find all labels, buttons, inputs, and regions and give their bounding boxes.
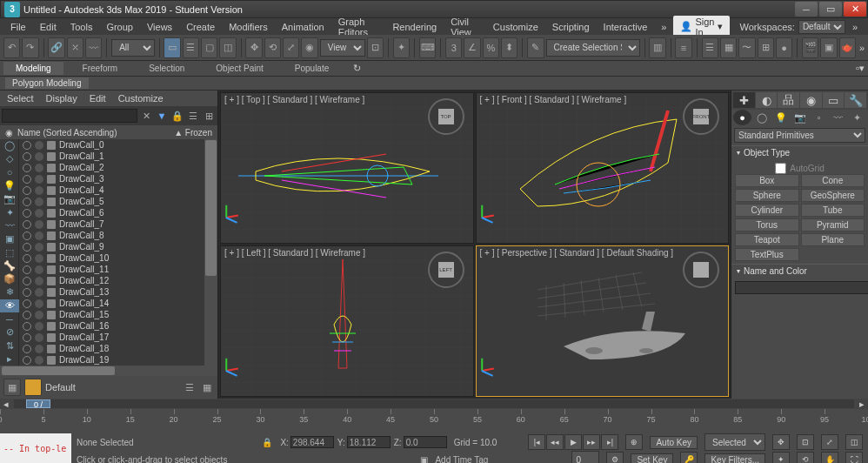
visibility-icon[interactable] — [23, 288, 31, 297]
layer-icon[interactable]: ▦ — [3, 379, 21, 396]
select-scale-button[interactable]: ⤢ — [283, 37, 299, 58]
filter-camera-icon[interactable]: 📷 — [0, 192, 19, 205]
maximize-button[interactable]: ▭ — [819, 2, 842, 17]
list-item[interactable]: DrawCall_13 — [19, 286, 217, 298]
filter-light-icon[interactable]: 💡 — [0, 179, 19, 192]
create-box-button[interactable]: Box — [735, 174, 799, 187]
list-item[interactable]: DrawCall_5 — [19, 196, 217, 207]
visibility-icon[interactable] — [23, 322, 31, 331]
frozen-icon[interactable] — [35, 220, 43, 229]
menu-rendering[interactable]: Rendering — [385, 20, 444, 34]
toggle-ribbon-button[interactable]: ▦ — [720, 37, 737, 58]
select-place-button[interactable]: ◉ — [301, 37, 317, 58]
menu-scripting[interactable]: Scripting — [545, 20, 597, 34]
list-item[interactable]: DrawCall_15 — [19, 309, 217, 320]
filter-icon[interactable]: ▼ — [155, 109, 169, 123]
layer-explorer-button[interactable]: ☰ — [702, 37, 718, 58]
pivot-center-button[interactable]: ⊡ — [367, 37, 384, 58]
nav-icon-1[interactable]: ✥ — [772, 434, 790, 450]
viewport-left[interactable]: [ + ] [ Left ] [ Standard ] [ Wireframe … — [220, 245, 474, 397]
create-cone-button[interactable]: Cone — [801, 174, 865, 187]
geometry-category-icon[interactable]: ● — [733, 110, 751, 125]
menu-customize[interactable]: Customize — [486, 20, 545, 34]
ribbon-tab-populate[interactable]: Populate — [283, 62, 341, 75]
ribbon-min-icon[interactable]: ▫▾ — [856, 63, 865, 74]
nav-icon-3[interactable]: ⤢ — [821, 434, 838, 450]
visibility-icon[interactable] — [23, 186, 31, 195]
menu-views[interactable]: Views — [140, 20, 179, 34]
view-list-icon[interactable]: ☰ — [186, 109, 200, 123]
list-item[interactable]: DrawCall_3 — [19, 173, 217, 185]
create-geosphere-button[interactable]: GeoSphere — [801, 189, 865, 202]
angle-snap-button[interactable]: ∠ — [464, 37, 480, 58]
shapes-category-icon[interactable]: ◯ — [752, 110, 771, 125]
visibility-icon[interactable] — [23, 198, 31, 206]
visibility-icon[interactable] — [23, 277, 31, 285]
current-frame-input[interactable] — [571, 451, 599, 463]
workspaces-select[interactable]: Default — [798, 20, 845, 34]
layer-props-icon[interactable]: ☰ — [183, 380, 197, 394]
spacewarps-category-icon[interactable]: 〰 — [829, 110, 847, 125]
explorer-menu-display[interactable]: Display — [46, 93, 77, 104]
goto-start-button[interactable]: |◂ — [528, 434, 545, 450]
frozen-icon[interactable] — [35, 186, 43, 195]
filter-bone-icon[interactable]: 🦴 — [0, 259, 19, 272]
create-torus-button[interactable]: Torus — [735, 218, 799, 232]
select-manipulate-button[interactable]: ✦ — [393, 37, 410, 58]
view-tree-icon[interactable]: ⊞ — [202, 109, 216, 123]
y-coord-input[interactable] — [347, 436, 391, 448]
helpers-category-icon[interactable]: ▫ — [810, 110, 828, 125]
frozen-icon[interactable] — [35, 141, 43, 150]
bind-spacewarp-button[interactable]: 〰 — [85, 37, 102, 58]
frozen-icon[interactable] — [35, 288, 43, 297]
visibility-icon[interactable] — [23, 299, 31, 308]
list-item[interactable]: DrawCall_12 — [19, 275, 217, 286]
filter-shape-icon[interactable]: ○ — [0, 166, 19, 179]
snap-toggle-button[interactable]: 3 — [445, 37, 462, 58]
viewport-top[interactable]: [ + ] [ Top ] [ Standard ] [ Wireframe ]… — [220, 92, 474, 244]
utilities-tab[interactable]: 🔧 — [845, 92, 866, 108]
visibility-icon[interactable] — [23, 333, 31, 342]
frozen-column-header[interactable]: ▲ Frozen — [174, 128, 212, 138]
add-time-tag-button[interactable]: Add Time Tag — [435, 455, 488, 464]
visibility-icon[interactable] — [23, 152, 31, 161]
time-slider-right-icon[interactable]: ▸ — [856, 399, 868, 410]
frozen-icon[interactable] — [35, 322, 43, 331]
time-slider-left-icon[interactable]: ◂ — [0, 399, 12, 410]
viewport-front[interactable]: [ + ] [ Front ] [ Standard ] [ Wireframe… — [476, 92, 730, 244]
viewport-top-label[interactable]: [ + ] [ Top ] [ Standard ] [ Wireframe ] — [224, 95, 364, 104]
keyboard-shortcut-button[interactable]: ⌨ — [419, 37, 436, 58]
ribbon-panel-polygon-modeling[interactable]: Polygon Modeling — [5, 77, 89, 89]
viewcube-left[interactable]: LEFT — [428, 252, 464, 288]
named-selection-select[interactable]: Create Selection Se — [546, 39, 640, 57]
modify-tab[interactable]: ◐ — [756, 92, 778, 108]
lights-category-icon[interactable]: 💡 — [771, 110, 790, 125]
filter-group-icon[interactable]: ▣ — [0, 232, 19, 245]
name-column-header[interactable]: Name (Sorted Ascending) — [17, 128, 174, 138]
goto-end-button[interactable]: ▸| — [601, 434, 618, 450]
time-slider[interactable]: ◂ 0 / 100 ▸ — [0, 399, 868, 409]
menu-edit[interactable]: Edit — [33, 20, 63, 34]
percent-snap-button[interactable]: % — [483, 37, 499, 58]
isolate-icon[interactable]: ▣ — [420, 455, 428, 464]
explorer-menu-select[interactable]: Select — [7, 93, 34, 104]
redo-button[interactable]: ↷ — [22, 37, 38, 58]
nav-icon-4[interactable]: ◫ — [845, 434, 863, 450]
clear-search-icon[interactable]: ✕ — [139, 109, 153, 123]
object-name-input[interactable] — [735, 281, 868, 294]
explorer-columns[interactable]: ◉ Name (Sorted Ascending) ▲ Frozen — [0, 125, 217, 139]
list-item[interactable]: DrawCall_10 — [19, 252, 217, 264]
menu-tools[interactable]: Tools — [63, 20, 100, 34]
time-config-button[interactable]: ⚙ — [606, 452, 624, 463]
select-by-name-button[interactable]: ☰ — [183, 37, 199, 58]
nav-icon-6[interactable]: ⟲ — [797, 452, 814, 463]
edit-named-sel-button[interactable]: ✎ — [527, 37, 544, 58]
visibility-icon[interactable] — [23, 209, 31, 218]
nav-icon-2[interactable]: ⊡ — [797, 434, 814, 450]
viewport-perspective[interactable]: [ + ] [ Perspective ] [ Standard ] [ Def… — [476, 245, 730, 397]
z-coord-input[interactable] — [404, 436, 447, 448]
create-pyramid-button[interactable]: Pyramid — [801, 218, 865, 232]
visibility-icon[interactable] — [23, 243, 31, 252]
undo-button[interactable]: ↶ — [3, 37, 20, 58]
filter-xref-icon[interactable]: ⬚ — [0, 245, 19, 258]
